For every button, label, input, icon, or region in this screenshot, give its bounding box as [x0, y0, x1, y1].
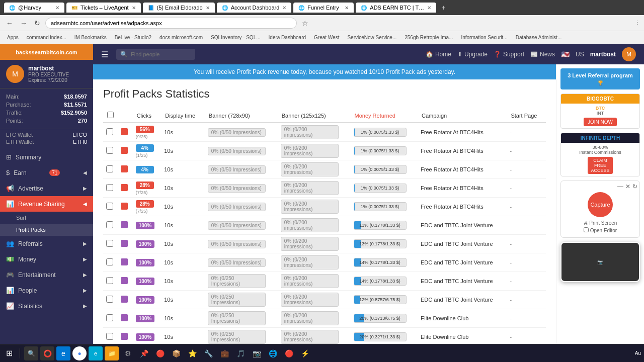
col-campaign[interactable]: Campaign	[418, 109, 507, 123]
taskbar-search-icon[interactable]: 🔍	[24, 346, 38, 360]
select-all-checkbox[interactable]	[107, 112, 114, 118]
topnav-search[interactable]: 🔍	[116, 49, 195, 60]
tab-account[interactable]: 🌐 Account Dashboard ✕	[217, 3, 292, 13]
sidebar-item-earn[interactable]: $ Earn 71 ◀	[0, 165, 93, 180]
news-button[interactable]: 📰 News	[530, 51, 555, 58]
bookmark-docs[interactable]: docs.microsoft.com	[156, 34, 206, 41]
tab-close-harvey[interactable]: ✕	[55, 5, 59, 11]
bookmark-button[interactable]: ☆	[300, 18, 310, 28]
row-checkbox[interactable]	[106, 184, 113, 191]
address-bar[interactable]	[45, 18, 297, 29]
row-checkbox[interactable]	[106, 203, 113, 210]
row-checkbox[interactable]	[106, 221, 113, 228]
start-button[interactable]: ⊞	[3, 347, 16, 359]
row-checkbox[interactable]	[106, 165, 113, 172]
sidebar-item-money[interactable]: 💵 Money ▶	[0, 251, 93, 267]
bookmark-sql[interactable]: SQLInventory - SQL...	[208, 34, 263, 41]
bookmark-greatwest[interactable]: Great West	[311, 34, 342, 41]
sidebar-item-entertainment[interactable]: 🎮 Entertainment ▶	[0, 267, 93, 283]
taskbar-app13[interactable]: 🎵	[233, 346, 248, 360]
row-checkbox[interactable]	[106, 240, 113, 247]
ad-banner-biggo[interactable]: BIGGOBTC BTC INT JOIN NOW	[560, 94, 640, 129]
tab-close-account[interactable]: ✕	[282, 5, 286, 11]
taskbar-app15[interactable]: 🌐	[266, 346, 280, 360]
taskbar-app8[interactable]: 🔴	[153, 346, 167, 360]
taskbar-ie-icon[interactable]: e	[89, 346, 103, 360]
editor-checkbox[interactable]	[584, 227, 589, 232]
sidebar-item-advertise[interactable]: 📢 Advertise ▶	[0, 180, 93, 196]
capture-button[interactable]: Capture	[588, 192, 613, 217]
referral-banner[interactable]: 3 Level Referral program 🏆	[560, 68, 640, 89]
widget-minimize[interactable]: —	[617, 183, 623, 190]
row-checkbox[interactable]	[106, 128, 113, 135]
col-display-time[interactable]: Display time	[161, 109, 205, 123]
taskbar-app14[interactable]: 📷	[250, 346, 264, 360]
taskbar-app10[interactable]: ⭐	[185, 346, 199, 360]
bookmark-dbadmin[interactable]: Database Administ...	[513, 34, 565, 41]
taskbar-app12[interactable]: 💼	[217, 346, 231, 360]
search-input[interactable]	[131, 51, 191, 57]
taskbar-app7[interactable]: 📌	[137, 346, 151, 360]
tab-close-liveagent[interactable]: ✕	[132, 5, 136, 11]
sidebar-item-people[interactable]: 📊 People ▶	[0, 283, 93, 298]
tab-adsbtc[interactable]: 🌐 ADS EARN BTC | The All-in-one... ✕	[356, 3, 436, 13]
bookmark-apps[interactable]: Apps	[4, 34, 22, 41]
taskbar-settings-icon[interactable]: ⚙	[121, 346, 135, 360]
taskbar-cortana-icon[interactable]: ⭕	[40, 346, 54, 360]
tab-liveagent[interactable]: 🎫 Tickets – LiveAgent ✕	[66, 3, 141, 13]
row-checkbox[interactable]	[106, 296, 113, 303]
tab-close-funnel[interactable]: ✕	[345, 5, 349, 11]
region-label[interactable]: US	[576, 51, 584, 58]
widget-close[interactable]: ✕	[625, 183, 630, 190]
menu-button[interactable]: ⋮	[634, 20, 640, 26]
taskbar-app16[interactable]: 🔴	[282, 346, 296, 360]
tab-harvey[interactable]: 🌐 @Harvey ✕	[4, 3, 64, 13]
upgrade-button[interactable]: ⬆ Upgrade	[457, 51, 488, 58]
support-button[interactable]: ❓ Support	[494, 51, 524, 58]
taskbar-chrome-icon[interactable]: ●	[72, 346, 87, 360]
sidebar-item-statistics[interactable]: 📈 Statistics ▶	[0, 298, 93, 314]
bookmark-infosec[interactable]: Information Securit...	[458, 34, 510, 41]
bookmark-belive[interactable]: BeLive - Studio2	[112, 34, 154, 41]
home-button[interactable]: 🏠 Home	[426, 51, 451, 58]
col-clicks[interactable]: Clicks	[133, 109, 162, 123]
widget-refresh[interactable]: ↻	[632, 183, 637, 190]
row-checkbox[interactable]	[106, 147, 113, 154]
print-screen-button[interactable]: 🖨 Print Screen	[565, 220, 635, 226]
col-banner1[interactable]: Banner (728x90)	[205, 109, 278, 123]
bookmark-256gb[interactable]: 256gb Retropie Ima...	[401, 34, 456, 41]
hamburger-icon[interactable]: ☰	[101, 50, 108, 59]
row-checkbox[interactable]	[106, 314, 113, 321]
forward-button[interactable]: →	[18, 18, 29, 28]
new-tab-button[interactable]: +	[438, 4, 448, 12]
bookmark-imbookmarks[interactable]: IM Bookmarks	[71, 34, 110, 41]
col-banner2[interactable]: Banner (125x125)	[278, 109, 351, 123]
tab-close-email[interactable]: ✕	[206, 5, 210, 11]
col-money[interactable]: Money Returned	[351, 109, 418, 123]
user-avatar[interactable]: M	[622, 47, 636, 61]
refresh-button[interactable]: ↻	[32, 18, 42, 28]
tab-close-adsbtc[interactable]: ✕	[427, 5, 431, 11]
bookmark-idera[interactable]: Idera Dashboard	[266, 34, 309, 41]
taskbar-app17[interactable]: ⚡	[298, 346, 312, 360]
back-button[interactable]: ←	[4, 18, 15, 28]
row-checkbox[interactable]	[106, 277, 113, 284]
col-start[interactable]: Start Page	[507, 109, 546, 123]
ad-join-button[interactable]: JOIN NOW	[584, 118, 617, 126]
taskbar-app11[interactable]: 🔧	[201, 346, 215, 360]
taskbar-edge-icon[interactable]: e	[56, 346, 70, 360]
claim-button[interactable]: CLAIMFREEACCESS	[588, 157, 612, 174]
sidebar-item-surf[interactable]: Surf	[0, 212, 93, 224]
tab-funnel[interactable]: 🌐 Funnel Entry ✕	[293, 3, 354, 13]
row-checkbox[interactable]	[106, 258, 113, 265]
bookmark-commandindex[interactable]: command index...	[24, 34, 69, 41]
row-checkbox[interactable]	[106, 333, 113, 340]
sidebar-logo[interactable]: backssearnbitcoin.com	[0, 44, 93, 60]
sidebar-item-referrals[interactable]: 👥 Referrals ▶	[0, 236, 93, 251]
open-editor-button[interactable]: Open Editor	[565, 227, 635, 233]
sidebar-item-summary[interactable]: ⊞ Summary	[0, 149, 93, 165]
sidebar-item-profitpacks[interactable]: Profit Packs	[0, 224, 93, 236]
ad-banner-infinite[interactable]: INFINITE DEPTH 30-80%Instant Commissions…	[560, 133, 640, 176]
sidebar-item-revenue[interactable]: 📊 Revenue Sharing ◀	[0, 196, 93, 212]
taskbar-app9[interactable]: 📦	[169, 346, 183, 360]
